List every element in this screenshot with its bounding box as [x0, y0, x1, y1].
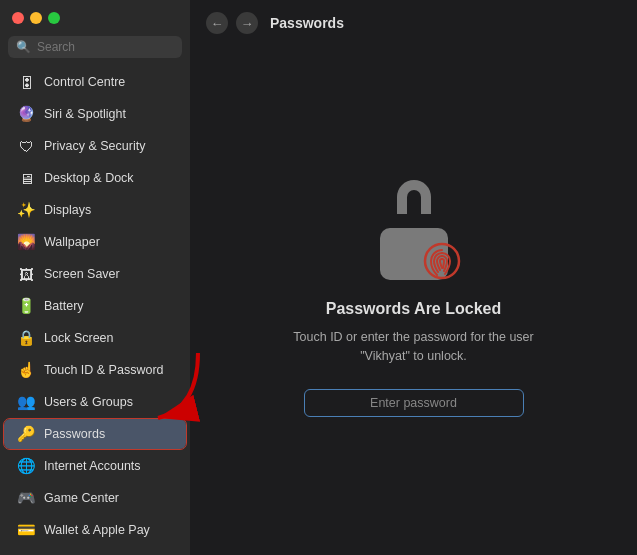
- sidebar-label-control-centre: Control Centre: [44, 75, 125, 89]
- users-groups-icon: 👥: [16, 392, 36, 412]
- minimize-button[interactable]: [30, 12, 42, 24]
- sidebar-label-battery: Battery: [44, 299, 84, 313]
- forward-button[interactable]: →: [236, 12, 258, 34]
- sidebar-label-wallpaper: Wallpaper: [44, 235, 100, 249]
- desktop-dock-icon: 🖥: [16, 168, 36, 188]
- locked-subtitle: Touch ID or enter the password for the u…: [293, 328, 533, 366]
- lock-shackle: [397, 180, 431, 214]
- main-content: Passwords Are Locked Touch ID or enter t…: [190, 42, 637, 555]
- locked-subtitle-line2: "Vikhyat" to unlock.: [360, 349, 467, 363]
- sidebar-label-wallet-apple-pay: Wallet & Apple Pay: [44, 523, 150, 537]
- battery-icon: 🔋: [16, 296, 36, 316]
- sidebar-label-displays: Displays: [44, 203, 91, 217]
- sidebar-label-lock-screen: Lock Screen: [44, 331, 113, 345]
- password-input-container: [304, 389, 524, 417]
- sidebar-item-privacy-security[interactable]: 🛡 Privacy & Security: [4, 131, 186, 161]
- sidebar-label-touch-id-password: Touch ID & Password: [44, 363, 164, 377]
- sidebar-item-siri-spotlight[interactable]: 🔮 Siri & Spotlight: [4, 99, 186, 129]
- sidebar-item-displays[interactable]: ✨ Displays: [4, 195, 186, 225]
- search-bar: 🔍: [8, 36, 182, 58]
- sidebar-item-passwords[interactable]: 🔑 Passwords: [4, 419, 186, 449]
- displays-icon: ✨: [16, 200, 36, 220]
- sidebar-item-desktop-dock[interactable]: 🖥 Desktop & Dock: [4, 163, 186, 193]
- main-panel: ← → Passwords Pass: [190, 0, 637, 555]
- maximize-button[interactable]: [48, 12, 60, 24]
- sidebar-label-passwords: Passwords: [44, 427, 105, 441]
- sidebar-item-touch-id-password[interactable]: ☝ Touch ID & Password: [4, 355, 186, 385]
- sidebar-label-privacy-security: Privacy & Security: [44, 139, 145, 153]
- window-controls: [0, 0, 190, 32]
- siri-spotlight-icon: 🔮: [16, 104, 36, 124]
- wallpaper-icon: 🌄: [16, 232, 36, 252]
- sidebar-label-desktop-dock: Desktop & Dock: [44, 171, 134, 185]
- sidebar-item-battery[interactable]: 🔋 Battery: [4, 291, 186, 321]
- page-title: Passwords: [270, 15, 344, 31]
- sidebar-label-screen-saver: Screen Saver: [44, 267, 120, 281]
- sidebar-items-list: 🎛 Control Centre 🔮 Siri & Spotlight 🛡 Pr…: [0, 66, 190, 555]
- locked-subtitle-line1: Touch ID or enter the password for the u…: [293, 330, 533, 344]
- passwords-icon: 🔑: [16, 424, 36, 444]
- fingerprint-icon: [423, 242, 459, 278]
- sidebar-item-internet-accounts[interactable]: 🌐 Internet Accounts: [4, 451, 186, 481]
- privacy-security-icon: 🛡: [16, 136, 36, 156]
- sidebar-label-siri-spotlight: Siri & Spotlight: [44, 107, 126, 121]
- search-input[interactable]: [37, 40, 174, 54]
- lock-icon: [369, 180, 459, 280]
- touch-id-icon: ☝: [16, 360, 36, 380]
- sidebar-label-users-groups: Users & Groups: [44, 395, 133, 409]
- wallet-apple-pay-icon: 💳: [16, 520, 36, 540]
- sidebar-label-internet-accounts: Internet Accounts: [44, 459, 141, 473]
- sidebar-item-lock-screen[interactable]: 🔒 Lock Screen: [4, 323, 186, 353]
- sidebar: 🔍 🎛 Control Centre 🔮 Siri & Spotlight 🛡 …: [0, 0, 190, 555]
- lock-screen-icon: 🔒: [16, 328, 36, 348]
- sidebar-item-control-centre[interactable]: 🎛 Control Centre: [4, 67, 186, 97]
- sidebar-item-wallpaper[interactable]: 🌄 Wallpaper: [4, 227, 186, 257]
- search-icon: 🔍: [16, 40, 31, 54]
- sidebar-item-users-groups[interactable]: 👥 Users & Groups: [4, 387, 186, 417]
- game-center-icon: 🎮: [16, 488, 36, 508]
- control-centre-icon: 🎛: [16, 72, 36, 92]
- internet-accounts-icon: 🌐: [16, 456, 36, 476]
- back-button[interactable]: ←: [206, 12, 228, 34]
- sidebar-item-game-center[interactable]: 🎮 Game Center: [4, 483, 186, 513]
- sidebar-item-screen-saver[interactable]: 🖼 Screen Saver: [4, 259, 186, 289]
- screen-saver-icon: 🖼: [16, 264, 36, 284]
- sidebar-item-wallet-apple-pay[interactable]: 💳 Wallet & Apple Pay: [4, 515, 186, 545]
- main-toolbar: ← → Passwords: [190, 0, 637, 42]
- sidebar-label-game-center: Game Center: [44, 491, 119, 505]
- locked-title: Passwords Are Locked: [326, 300, 501, 318]
- password-input[interactable]: [304, 389, 524, 417]
- close-button[interactable]: [12, 12, 24, 24]
